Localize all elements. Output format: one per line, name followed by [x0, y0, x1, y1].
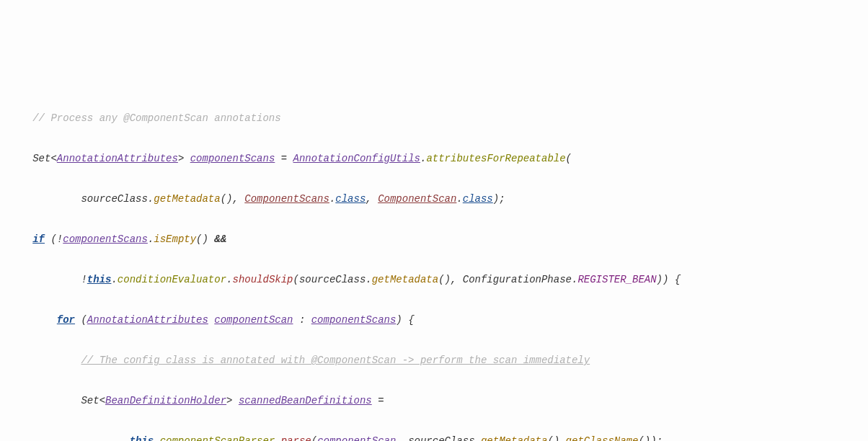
code-editor[interactable]: // Process any @ComponentScan annotation… [14, 88, 854, 441]
enum-register-bean: REGISTER_BEAN [577, 274, 656, 285]
var-component-scan: componentScan [317, 435, 396, 441]
method-is-empty: isEmpty [154, 233, 196, 245]
class-component-scans: ComponentScans [244, 193, 329, 205]
var-component-scan: componentScan [214, 314, 293, 326]
keyword-class: class [463, 193, 493, 205]
keyword-class: class [335, 193, 366, 205]
code-line-2: Set<AnnotationAttributes> componentScans… [14, 148, 854, 169]
code-line-7: // The config class is annotated with @C… [14, 350, 854, 370]
angle-open: < [50, 153, 56, 164]
code-line-4: if (!componentScans.isEmpty() && [14, 229, 854, 249]
class-annotation-config-utils: AnnotationConfigUtils [293, 153, 420, 164]
code-line-3: sourceClass.getMetadata(), ComponentScan… [14, 189, 854, 209]
keyword-for: for [57, 314, 75, 326]
var-source-class: sourceClass [81, 193, 147, 205]
keyword-this: this [87, 274, 112, 285]
method-get-metadata: getMetadata [481, 435, 547, 441]
type-set: Set [81, 395, 99, 406]
comment-text: // The config class is annotated with @C… [81, 355, 590, 366]
method-parse: parse [281, 435, 311, 441]
code-line-1: // Process any @ComponentScan annotation… [14, 108, 854, 128]
var-component-scans: componentScans [311, 314, 397, 326]
keyword-if: if [32, 233, 45, 245]
method-should-skip: shouldSkip [232, 274, 293, 285]
code-line-9: this.componentScanParser.parse(component… [14, 431, 854, 441]
type-annotation-attributes: AnnotationAttributes [57, 153, 178, 164]
code-line-8: Set<BeanDefinitionHolder> scannedBeanDef… [14, 391, 854, 411]
method-attributes-for-repeatable: attributesForRepeatable [426, 153, 565, 164]
comment-text: // Process any @ComponentScan annotation… [32, 112, 280, 124]
field-condition-evaluator: conditionEvaluator [118, 274, 226, 285]
method-get-class-name: getClassName [566, 435, 639, 441]
type-annotation-attributes: AnnotationAttributes [87, 314, 208, 326]
var-component-scans: componentScans [190, 153, 275, 164]
keyword-this: this [130, 435, 154, 441]
class-component-scan: ComponentScan [378, 193, 456, 205]
var-scanned-bean-definitions: scannedBeanDefinitions [239, 395, 372, 406]
field-component-scan-parser: componentScanParser [160, 435, 275, 441]
type-bean-definition-holder: BeanDefinitionHolder [105, 395, 226, 406]
var-component-scans: componentScans [63, 233, 148, 245]
code-line-6: for (AnnotationAttributes componentScan … [14, 310, 854, 330]
method-get-metadata: getMetadata [154, 193, 220, 205]
code-line-5: !this.conditionEvaluator.shouldSkip(sour… [14, 270, 854, 290]
type-set: Set [32, 153, 50, 164]
method-get-metadata: getMetadata [372, 274, 438, 285]
